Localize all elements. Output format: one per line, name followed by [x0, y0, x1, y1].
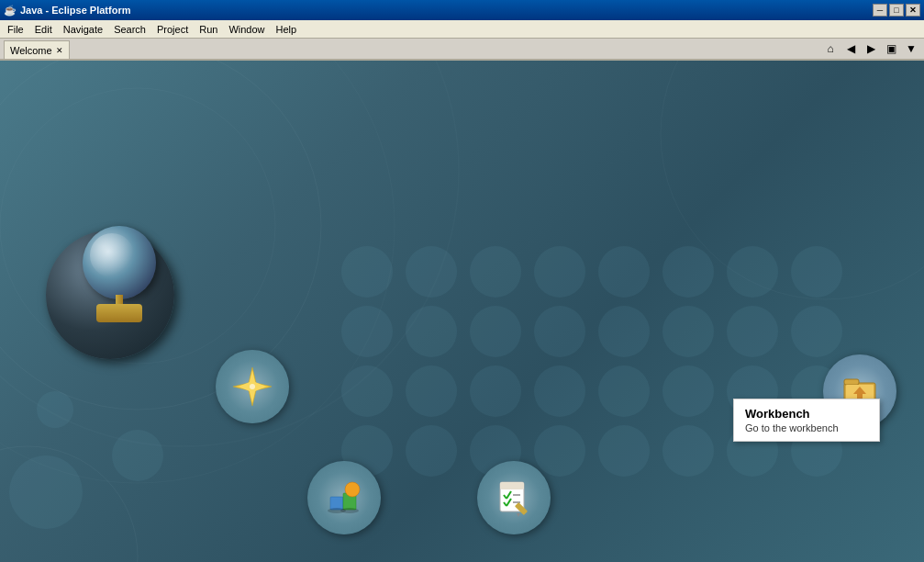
menu-project[interactable]: Project [151, 20, 194, 38]
svg-point-3 [534, 246, 585, 298]
svg-marker-62 [517, 513, 520, 517]
home-button[interactable]: ⌂ [821, 40, 840, 57]
tooltip-description: Go to the workbench [745, 422, 868, 433]
menu-bar: File Edit Navigate Search Project Run Wi… [0, 20, 924, 39]
svg-point-20 [598, 365, 650, 417]
menu-navigate[interactable]: Navigate [58, 20, 108, 38]
menu-run[interactable]: Run [194, 20, 223, 38]
forward-button[interactable]: ▶ [862, 40, 880, 57]
svg-point-11 [534, 306, 585, 357]
svg-point-14 [727, 306, 778, 357]
sparkle-svg [231, 365, 273, 408]
menu-file[interactable]: File [2, 20, 29, 38]
svg-point-29 [662, 425, 714, 477]
more-button[interactable]: ▼ [902, 40, 920, 57]
title-text: Java - Eclipse Platform [20, 5, 130, 16]
title-bar: ☕ Java - Eclipse Platform ─ □ ✕ [0, 0, 924, 20]
svg-point-19 [534, 365, 585, 417]
svg-point-15 [791, 306, 842, 357]
svg-point-50 [345, 482, 360, 497]
overview-icon[interactable] [307, 461, 381, 534]
menu-search[interactable]: Search [108, 20, 151, 38]
menu-window[interactable]: Window [223, 20, 270, 38]
svg-point-33 [112, 430, 163, 481]
tab-welcome[interactable]: Welcome ✕ [4, 40, 70, 59]
svg-point-5 [662, 246, 714, 298]
whats-new-icon[interactable] [216, 350, 289, 423]
svg-point-10 [470, 306, 521, 357]
svg-point-9 [406, 306, 457, 357]
tutorials-icon[interactable] [477, 461, 551, 534]
menu-edit[interactable]: Edit [29, 20, 58, 38]
app-icon: ☕ [4, 4, 17, 17]
tab-close-icon[interactable]: ✕ [56, 46, 63, 55]
svg-point-4 [598, 246, 650, 298]
globe-icon[interactable] [73, 221, 165, 322]
checklist-svg [493, 477, 535, 519]
workbench-tooltip: Workbench Go to the workbench [733, 399, 880, 442]
blocks-svg [323, 477, 365, 519]
tab-toolbar: ⌂ ◀ ▶ ▣ ▼ [821, 40, 924, 59]
welcome-screen: Workbench Go to the workbench [0, 61, 924, 562]
svg-point-0 [341, 246, 393, 298]
svg-rect-45 [844, 379, 859, 385]
svg-point-25 [406, 425, 457, 477]
print-button[interactable]: ▣ [882, 40, 900, 57]
svg-point-2 [470, 246, 521, 298]
svg-point-8 [341, 306, 393, 357]
svg-point-7 [791, 246, 842, 298]
svg-point-21 [662, 365, 714, 417]
svg-point-13 [662, 306, 714, 357]
svg-rect-48 [330, 497, 343, 510]
svg-point-43 [250, 384, 255, 389]
svg-point-28 [598, 425, 650, 477]
tab-welcome-label: Welcome [10, 45, 52, 56]
menu-help[interactable]: Help [271, 20, 303, 38]
svg-point-12 [598, 306, 650, 357]
tab-bar: Welcome ✕ ⌂ ◀ ▶ ▣ ▼ [0, 39, 924, 61]
svg-point-34 [37, 391, 73, 428]
tooltip-title: Workbench [745, 407, 868, 421]
back-button[interactable]: ◀ [841, 40, 860, 57]
svg-point-18 [470, 365, 521, 417]
close-button[interactable]: ✕ [906, 4, 920, 17]
maximize-button[interactable]: □ [889, 4, 904, 17]
window-controls: ─ □ ✕ [873, 4, 920, 17]
svg-point-52 [340, 508, 359, 513]
svg-rect-54 [500, 482, 524, 489]
svg-point-17 [406, 365, 457, 417]
minimize-button[interactable]: ─ [873, 4, 887, 17]
